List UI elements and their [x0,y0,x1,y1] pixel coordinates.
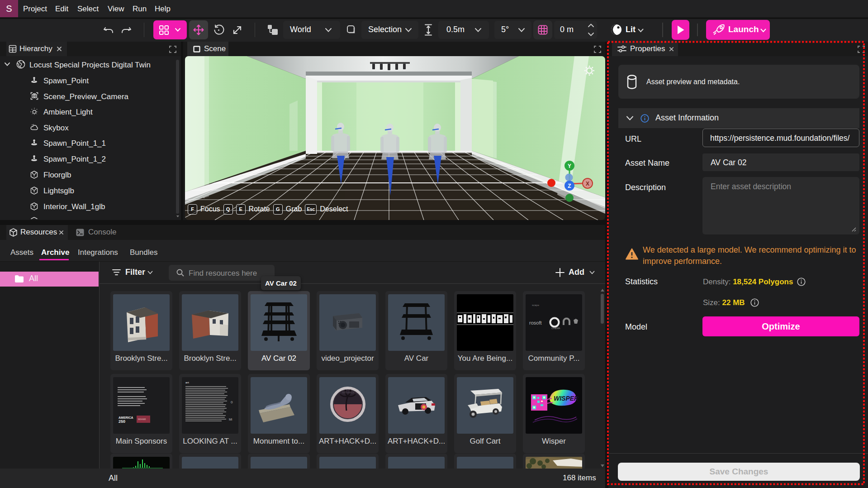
svg-text:MIAMI: MIAMI [138,418,146,421]
svg-text:rosoft: rosoft [529,320,542,325]
svg-text:WISPER: WISPER [554,395,579,402]
svg-text:ART+HACK: ART+HACK [342,391,355,394]
svg-text:X: X [586,181,589,187]
svg-text:CINEMA: CINEMA [551,327,560,330]
svg-text:0: 0 [231,400,233,404]
svg-text:AMERICA: AMERICA [119,416,133,419]
svg-text:Mi: Mi [229,418,232,421]
svg-text:250: 250 [119,419,125,424]
svg-text:scape: scape [532,304,540,306]
svg-text:Z: Z [568,183,571,189]
svg-text:Y: Y [568,163,571,169]
svg-text:art: art [185,381,189,384]
